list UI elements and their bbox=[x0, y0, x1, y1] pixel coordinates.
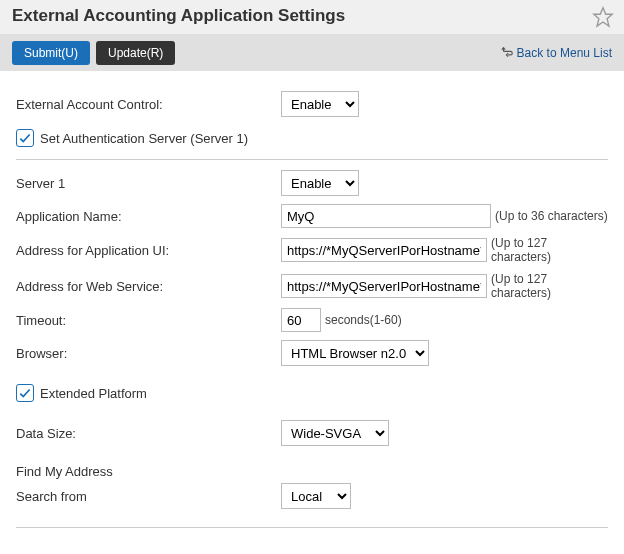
divider bbox=[16, 159, 608, 160]
search-from-select[interactable]: Local bbox=[281, 483, 351, 509]
server1-enable-select[interactable]: Enable bbox=[281, 170, 359, 196]
addr-ws-label: Address for Web Service: bbox=[16, 279, 281, 294]
find-my-address-label: Find My Address bbox=[16, 464, 281, 479]
external-account-control-select[interactable]: Enable bbox=[281, 91, 359, 117]
addr-ui-hint: (Up to 127 characters) bbox=[491, 236, 608, 264]
timeout-input[interactable] bbox=[281, 308, 321, 332]
server1-label: Server 1 bbox=[16, 176, 281, 191]
submit-button[interactable]: Submit(U) bbox=[12, 41, 90, 65]
browser-select[interactable]: HTML Browser n2.0 bbox=[281, 340, 429, 366]
svg-marker-0 bbox=[594, 8, 612, 26]
app-name-input[interactable] bbox=[281, 204, 491, 228]
page-title: External Accounting Application Settings bbox=[12, 6, 612, 26]
set-auth-server-checkbox[interactable] bbox=[16, 129, 34, 147]
favorite-star-icon[interactable] bbox=[592, 6, 614, 28]
external-account-control-label: External Account Control: bbox=[16, 97, 281, 112]
timeout-hint: seconds(1-60) bbox=[325, 313, 402, 327]
addr-ui-input[interactable] bbox=[281, 238, 487, 262]
data-size-label: Data Size: bbox=[16, 426, 281, 441]
back-to-menu-label: Back to Menu List bbox=[517, 46, 612, 60]
timeout-label: Timeout: bbox=[16, 313, 281, 328]
addr-ui-label: Address for Application UI: bbox=[16, 243, 281, 258]
browser-label: Browser: bbox=[16, 346, 281, 361]
extended-platform-checkbox[interactable] bbox=[16, 384, 34, 402]
back-arrow-icon bbox=[500, 45, 514, 62]
addr-ws-hint: (Up to 127 characters) bbox=[491, 272, 608, 300]
update-button[interactable]: Update(R) bbox=[96, 41, 175, 65]
set-auth-server-label: Set Authentication Server (Server 1) bbox=[40, 131, 248, 146]
search-from-label: Search from bbox=[16, 489, 281, 504]
addr-ws-input[interactable] bbox=[281, 274, 487, 298]
app-name-label: Application Name: bbox=[16, 209, 281, 224]
extended-platform-label: Extended Platform bbox=[40, 386, 147, 401]
back-to-menu-link[interactable]: Back to Menu List bbox=[500, 45, 612, 62]
data-size-select[interactable]: Wide-SVGA bbox=[281, 420, 389, 446]
divider bbox=[16, 527, 608, 528]
app-name-hint: (Up to 36 characters) bbox=[495, 209, 608, 223]
